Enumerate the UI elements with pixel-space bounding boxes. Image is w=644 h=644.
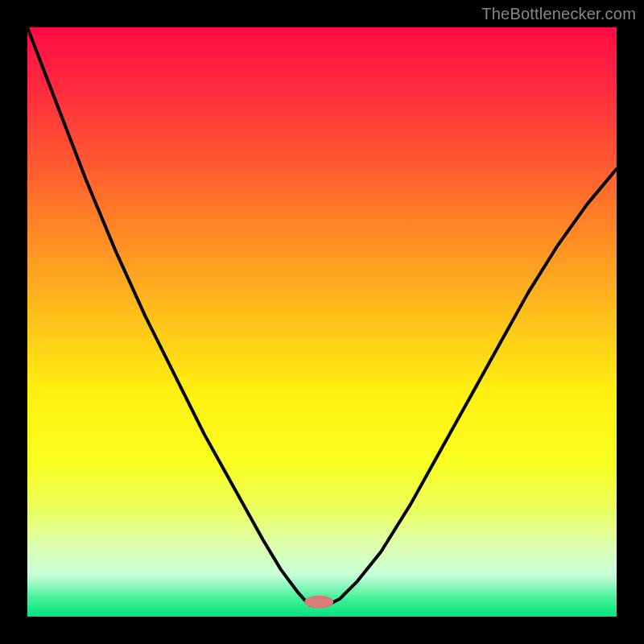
plot-area bbox=[27, 27, 617, 617]
min-marker bbox=[304, 596, 333, 609]
chart-frame: TheBottlenecker.com bbox=[0, 0, 644, 644]
gradient-background bbox=[27, 27, 617, 617]
attribution-text: TheBottlenecker.com bbox=[481, 5, 636, 23]
plot-svg bbox=[27, 27, 617, 617]
